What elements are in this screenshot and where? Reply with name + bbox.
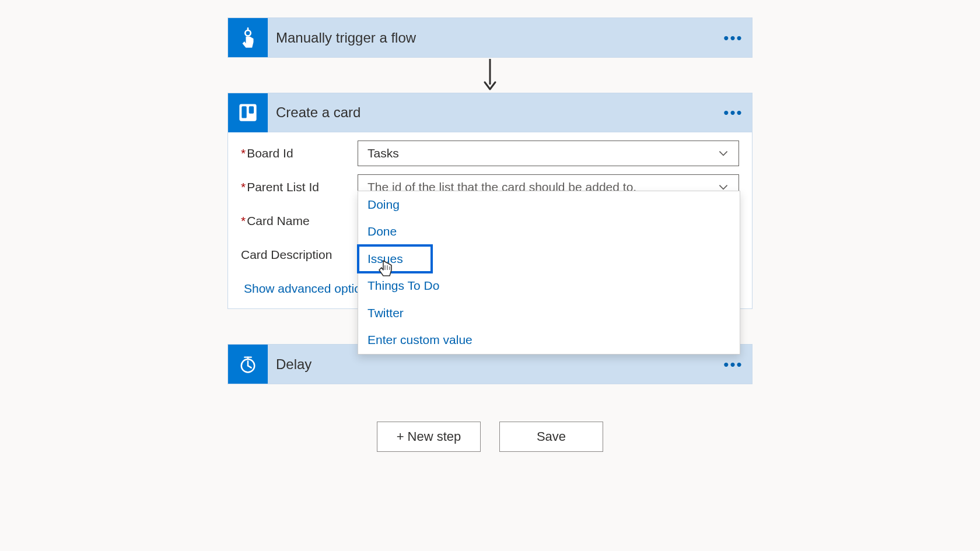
dropdown-option-done[interactable]: Done xyxy=(358,218,740,245)
flow-designer-canvas: Manually trigger a flow ••• Create a car… xyxy=(0,0,980,452)
create-card-title: Create a card xyxy=(268,104,715,121)
dropdown-option-issues[interactable]: Issues xyxy=(357,244,433,273)
footer-buttons: + New step Save xyxy=(377,422,603,452)
delay-icon xyxy=(228,345,268,384)
trigger-title: Manually trigger a flow xyxy=(268,30,715,46)
svg-point-0 xyxy=(245,30,251,36)
svg-rect-3 xyxy=(242,106,246,118)
svg-line-8 xyxy=(248,366,251,367)
trigger-card[interactable]: Manually trigger a flow ••• xyxy=(228,17,752,58)
manual-trigger-icon xyxy=(228,18,268,57)
parent-list-id-label: *Parent List Id xyxy=(241,180,358,194)
trigger-more-button[interactable]: ••• xyxy=(715,18,752,57)
delay-title: Delay xyxy=(268,356,715,373)
svg-rect-4 xyxy=(249,106,254,113)
board-id-select[interactable]: Tasks xyxy=(358,141,739,166)
card-description-label: Card Description xyxy=(241,248,358,262)
dropdown-option-twitter[interactable]: Twitter xyxy=(358,300,740,327)
trigger-header[interactable]: Manually trigger a flow ••• xyxy=(228,18,752,57)
chevron-down-icon xyxy=(714,144,733,163)
board-id-value: Tasks xyxy=(368,146,714,160)
create-card-body: *Board Id Tasks *Parent List Id The id o… xyxy=(228,132,752,308)
board-id-row: *Board Id Tasks xyxy=(241,141,739,166)
card-name-label: *Card Name xyxy=(241,214,358,228)
connector-arrow xyxy=(481,58,499,93)
create-card-more-button[interactable]: ••• xyxy=(715,93,752,132)
board-id-label: *Board Id xyxy=(241,146,358,160)
dropdown-option-custom[interactable]: Enter custom value xyxy=(358,327,740,353)
dropdown-option-things-to-do[interactable]: Things To Do xyxy=(358,272,740,299)
save-button[interactable]: Save xyxy=(499,422,603,452)
trello-icon xyxy=(228,93,268,132)
parent-list-dropdown: Doing Done Issues Things To Do Twitter E… xyxy=(358,191,740,355)
dropdown-option-doing[interactable]: Doing xyxy=(358,191,740,218)
create-card-header[interactable]: Create a card ••• xyxy=(228,93,752,132)
new-step-button[interactable]: + New step xyxy=(377,422,481,452)
create-card-action: Create a card ••• *Board Id Tasks *Paren… xyxy=(228,93,752,309)
